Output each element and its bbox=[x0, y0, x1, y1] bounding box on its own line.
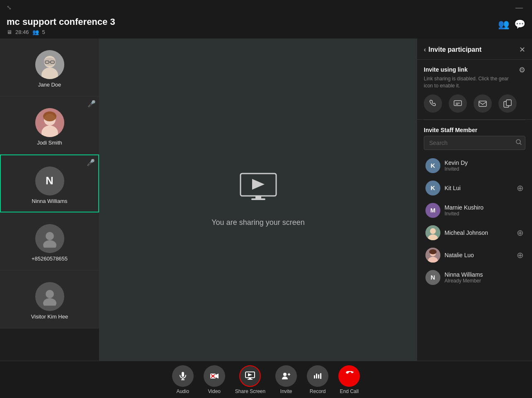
staff-info-micheal-johnson: Micheal Johnson bbox=[445, 229, 513, 236]
staff-status: Already Member bbox=[445, 278, 524, 284]
participants-panel-button[interactable]: 👥 bbox=[498, 19, 509, 30]
search-input[interactable] bbox=[424, 136, 525, 150]
invite-icon bbox=[275, 365, 297, 387]
header: mc support conference 3 🖥 28:46 👥 5 👥 💬 bbox=[0, 15, 532, 39]
end-call-label: End Call bbox=[340, 388, 359, 394]
svg-rect-40 bbox=[248, 379, 253, 380]
svg-rect-31 bbox=[182, 372, 184, 377]
audio-label: Audio bbox=[176, 388, 189, 394]
avatar-micheal-johnson bbox=[425, 225, 440, 240]
phone-invite-button[interactable] bbox=[424, 94, 442, 113]
avatar-marnie-kushiro: M bbox=[425, 203, 440, 218]
top-bar-left: ⤡ bbox=[7, 4, 12, 11]
back-arrow-icon[interactable]: ‹ bbox=[424, 46, 426, 53]
close-panel-button[interactable]: ✕ bbox=[519, 45, 525, 54]
participants-count: 5 bbox=[42, 29, 45, 35]
svg-rect-20 bbox=[479, 101, 486, 106]
participant-tile: Visitor Kim Hee bbox=[0, 270, 99, 328]
svg-point-11 bbox=[46, 232, 54, 240]
mic-icon-active: 🎤 bbox=[87, 159, 95, 166]
staff-name: Kit Lui bbox=[445, 185, 513, 191]
staff-item: M Marnie Kushiro Invited bbox=[424, 200, 525, 221]
svg-rect-48 bbox=[320, 373, 321, 379]
participant-tile: 🎤 Jodi Smith bbox=[0, 96, 99, 154]
participant-name: Ninna Williams bbox=[32, 198, 68, 204]
sms-invite-button[interactable] bbox=[449, 94, 467, 113]
audio-button[interactable]: Audio bbox=[172, 365, 194, 394]
svg-point-30 bbox=[429, 249, 437, 254]
staff-list: K Kevin Dy Invited K Kit Lui ⊕ M bbox=[424, 155, 525, 288]
svg-rect-16 bbox=[255, 196, 261, 198]
end-call-button[interactable]: End Call bbox=[338, 365, 360, 394]
link-desc: Invite using link Link sharing is disabl… bbox=[424, 66, 519, 89]
avatar-natalie-luo bbox=[425, 248, 440, 263]
top-bar-right: — bbox=[513, 3, 525, 12]
invite-staff-section: Invite Staff Member K Kevin Dy bbox=[417, 120, 532, 295]
staff-section-title: Invite Staff Member bbox=[424, 127, 525, 133]
share-screen-icon bbox=[240, 173, 277, 202]
invite-methods bbox=[424, 94, 525, 113]
participant-name: Visitor Kim Hee bbox=[31, 314, 68, 320]
mic-icon-muted: 🎤 bbox=[87, 100, 96, 108]
svg-point-13 bbox=[46, 290, 54, 298]
video-button[interactable]: Video bbox=[204, 365, 225, 394]
main-content: Jane Doe 🎤 Jodi Smith 🎤 N Ninna Williams bbox=[0, 39, 532, 361]
avatar-kevin-dy: K bbox=[425, 158, 440, 173]
add-kit-lui-button[interactable]: ⊕ bbox=[517, 183, 524, 193]
copy-link-button[interactable] bbox=[498, 94, 517, 113]
avatar-jane-doe bbox=[35, 50, 64, 79]
avatar-ninna-williams-staff: N bbox=[425, 270, 440, 285]
participant-tile: +85260578655 bbox=[0, 212, 99, 270]
staff-info-natalie-luo: Natalie Luo bbox=[445, 252, 513, 258]
audio-icon bbox=[172, 365, 194, 387]
avatar-phone-user bbox=[35, 224, 64, 253]
record-label: Record bbox=[310, 388, 326, 394]
svg-point-12 bbox=[43, 240, 56, 248]
staff-info-ninna-williams: Ninna Williams Already Member bbox=[445, 271, 524, 284]
svg-point-9 bbox=[43, 111, 56, 121]
svg-rect-22 bbox=[506, 100, 511, 106]
avatar-kit-lui: K bbox=[425, 181, 440, 195]
participant-name: +85260578655 bbox=[32, 256, 68, 262]
header-actions: 👥 💬 bbox=[498, 19, 525, 30]
gear-settings-button[interactable]: ⚙ bbox=[519, 65, 525, 75]
screen-share-meta-icon: 🖥 bbox=[7, 29, 12, 35]
staff-item: N Ninna Williams Already Member bbox=[424, 267, 525, 288]
record-icon bbox=[307, 365, 328, 387]
invite-button[interactable]: Invite bbox=[275, 365, 297, 394]
svg-point-14 bbox=[43, 298, 56, 306]
email-invite-button[interactable] bbox=[474, 94, 492, 113]
header-info: mc support conference 3 🖥 28:46 👥 5 bbox=[7, 17, 115, 35]
video-area: You are sharing your screen bbox=[100, 39, 417, 361]
staff-item: Micheal Johnson ⊕ bbox=[424, 222, 525, 244]
link-row: Invite using link Link sharing is disabl… bbox=[424, 66, 525, 89]
search-icon-button[interactable] bbox=[515, 139, 522, 147]
add-micheal-johnson-button[interactable]: ⊕ bbox=[517, 228, 524, 238]
add-natalie-luo-button[interactable]: ⊕ bbox=[517, 250, 524, 260]
compress-icon[interactable]: ⤡ bbox=[7, 4, 12, 11]
timer: 28:46 bbox=[15, 29, 29, 35]
invite-link-section: Invite using link Link sharing is disabl… bbox=[417, 60, 532, 120]
minimize-button[interactable]: — bbox=[513, 3, 525, 12]
staff-info-kevin-dy: Kevin Dy Invited bbox=[445, 159, 524, 172]
staff-name: Kevin Dy bbox=[445, 159, 524, 166]
staff-name: Marnie Kushiro bbox=[445, 204, 524, 211]
staff-item: Natalie Luo ⊕ bbox=[424, 244, 525, 266]
share-screen-icon bbox=[239, 365, 261, 387]
svg-marker-41 bbox=[248, 373, 252, 376]
svg-marker-35 bbox=[216, 374, 219, 379]
search-box bbox=[424, 136, 525, 150]
invite-label: Invite bbox=[280, 388, 292, 394]
chat-button[interactable]: 💬 bbox=[514, 19, 525, 30]
staff-info-kit-lui: Kit Lui bbox=[445, 185, 513, 191]
avatar-jodi-smith bbox=[35, 108, 64, 137]
avatar-ninna-williams: N bbox=[35, 166, 64, 195]
svg-point-2 bbox=[44, 58, 56, 66]
video-label: Video bbox=[208, 388, 221, 394]
record-button[interactable]: Record bbox=[307, 365, 328, 394]
share-screen-button[interactable]: Share Screen bbox=[235, 365, 265, 394]
video-icon bbox=[204, 365, 225, 387]
right-panel: ‹ Invite participant ✕ Invite using link… bbox=[417, 39, 532, 361]
panel-header: ‹ Invite participant ✕ bbox=[417, 39, 532, 60]
staff-status: Invited bbox=[445, 166, 524, 172]
